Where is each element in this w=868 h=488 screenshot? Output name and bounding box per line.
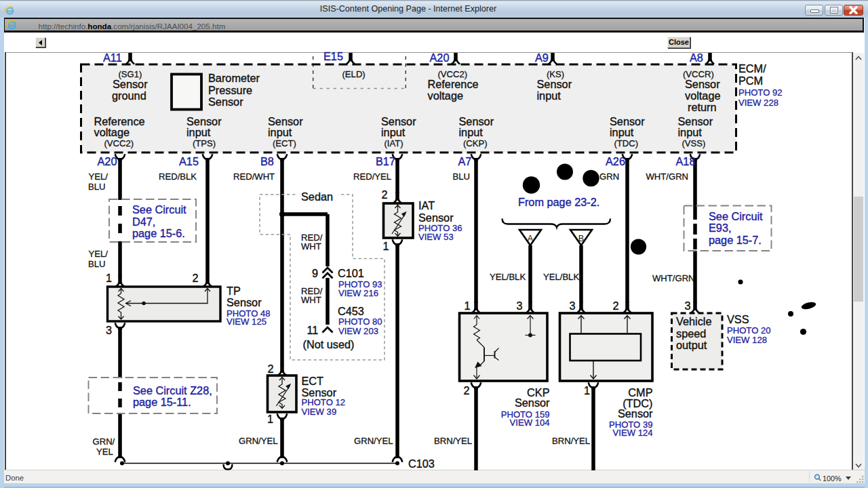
svg-text:1: 1 xyxy=(465,300,471,312)
svg-text:WHT/GRN: WHT/GRN xyxy=(646,171,689,182)
svg-text:output: output xyxy=(676,339,707,351)
svg-text:E15: E15 xyxy=(323,50,343,62)
svg-text:input: input xyxy=(610,126,634,138)
svg-text:2: 2 xyxy=(382,188,388,201)
svg-text:IAT: IAT xyxy=(418,199,435,211)
svg-text:(IAT): (IAT) xyxy=(384,138,403,148)
svg-text:VIEW 128: VIEW 128 xyxy=(727,335,767,345)
svg-text:2: 2 xyxy=(193,272,199,284)
svg-text:Sensor: Sensor xyxy=(113,78,148,90)
svg-text:YEL/BLK: YEL/BLK xyxy=(543,272,579,282)
svg-text:page 15-11.: page 15-11. xyxy=(133,396,191,408)
svg-text:PHOTO 92: PHOTO 92 xyxy=(738,87,783,98)
svg-text:page 15-7.: page 15-7. xyxy=(709,234,762,246)
svg-text:WHT: WHT xyxy=(301,241,321,251)
svg-text:PCM: PCM xyxy=(738,75,763,87)
svg-text:RED/BLK: RED/BLK xyxy=(159,171,197,182)
svg-text:YEL/: YEL/ xyxy=(89,249,108,259)
svg-text:(CKP): (CKP) xyxy=(463,138,488,148)
svg-text:input: input xyxy=(537,89,561,102)
svg-text:2: 2 xyxy=(464,384,470,396)
svg-text:BLU: BLU xyxy=(453,171,470,182)
svg-text:BRN/YEL: BRN/YEL xyxy=(434,436,472,446)
svg-text:input: input xyxy=(678,126,703,138)
svg-text:Sensor: Sensor xyxy=(186,115,222,127)
svg-text:C103: C103 xyxy=(408,458,435,470)
svg-text:speed: speed xyxy=(676,327,706,340)
svg-text:See Circuit: See Circuit xyxy=(132,203,186,216)
svg-text:PHOTO 20: PHOTO 20 xyxy=(727,325,771,336)
svg-text:3: 3 xyxy=(685,300,691,312)
svg-text:Sensor: Sensor xyxy=(610,115,645,127)
svg-text:Sensor: Sensor xyxy=(678,115,713,127)
svg-text:3: 3 xyxy=(517,300,523,312)
svg-text:Sensor: Sensor xyxy=(208,96,243,108)
svg-text:input: input xyxy=(268,126,292,138)
svg-text:ground: ground xyxy=(112,89,146,102)
svg-text:return: return xyxy=(688,101,717,113)
svg-text:Barometer: Barometer xyxy=(208,72,260,84)
svg-text:Reference: Reference xyxy=(428,78,479,90)
svg-text:Sensor: Sensor xyxy=(381,115,416,127)
svg-text:input: input xyxy=(186,126,211,138)
svg-text:BLU: BLU xyxy=(88,182,105,192)
svg-text:A18: A18 xyxy=(676,155,696,167)
svg-text:BRN/YEL: BRN/YEL xyxy=(552,436,590,446)
svg-text:B8: B8 xyxy=(260,155,274,167)
svg-text:9: 9 xyxy=(312,267,318,279)
svg-text:1: 1 xyxy=(106,272,112,284)
svg-text:WHT: WHT xyxy=(301,295,321,305)
svg-text:11: 11 xyxy=(307,324,319,336)
svg-text:A9: A9 xyxy=(535,52,549,64)
svg-text:(VCC2): (VCC2) xyxy=(104,138,134,148)
svg-text:A: A xyxy=(528,234,534,243)
svg-text:2: 2 xyxy=(268,363,274,375)
svg-text:Sedan: Sedan xyxy=(301,190,333,203)
svg-text:page 15-6.: page 15-6. xyxy=(132,227,185,239)
svg-text:A15: A15 xyxy=(179,155,199,167)
svg-text:GRN/YEL: GRN/YEL xyxy=(354,436,393,446)
svg-text:C453: C453 xyxy=(338,305,364,317)
svg-text:voltage: voltage xyxy=(94,126,130,138)
svg-text:GRN/YEL: GRN/YEL xyxy=(239,436,277,446)
svg-text:(ECT): (ECT) xyxy=(273,138,296,148)
svg-text:C101: C101 xyxy=(338,267,364,279)
svg-text:Sensor: Sensor xyxy=(268,115,303,127)
svg-text:A20: A20 xyxy=(98,155,117,167)
svg-text:(TDC): (TDC) xyxy=(614,138,639,148)
svg-text:(ELD): (ELD) xyxy=(342,69,366,79)
svg-text:YEL/: YEL/ xyxy=(89,171,108,182)
svg-text:VIEW 53: VIEW 53 xyxy=(418,232,454,242)
svg-text:3: 3 xyxy=(106,324,112,336)
svg-text:Sensor: Sensor xyxy=(459,115,494,127)
svg-text:RED/WHT: RED/WHT xyxy=(233,171,275,182)
svg-text:Reference: Reference xyxy=(94,115,145,127)
svg-text:1: 1 xyxy=(383,240,389,252)
svg-text:1: 1 xyxy=(267,413,273,425)
svg-text:1: 1 xyxy=(584,384,590,396)
svg-text:3: 3 xyxy=(570,300,576,312)
svg-text:GRN/: GRN/ xyxy=(93,436,115,447)
svg-text:B: B xyxy=(578,234,584,243)
svg-text:VIEW 216: VIEW 216 xyxy=(338,288,378,298)
svg-text:(TPS): (TPS) xyxy=(193,138,216,148)
svg-text:Sensor: Sensor xyxy=(618,407,653,420)
svg-text:VIEW 39: VIEW 39 xyxy=(302,407,337,417)
svg-text:VIEW 104: VIEW 104 xyxy=(510,418,550,428)
svg-text:Sensor: Sensor xyxy=(515,396,550,409)
svg-text:A8: A8 xyxy=(690,52,703,64)
svg-text:VIEW 125: VIEW 125 xyxy=(226,317,267,327)
svg-text:2: 2 xyxy=(613,300,619,312)
svg-text:VIEW 228: VIEW 228 xyxy=(738,98,778,108)
svg-text:VIEW 203: VIEW 203 xyxy=(338,326,378,336)
svg-text:PHOTO 80: PHOTO 80 xyxy=(338,317,382,327)
svg-text:Sensor: Sensor xyxy=(685,78,720,90)
svg-text:ECM/: ECM/ xyxy=(738,62,766,75)
svg-text:A26: A26 xyxy=(606,155,625,167)
svg-text:B17: B17 xyxy=(376,155,395,167)
svg-text:D47,: D47, xyxy=(132,216,155,228)
svg-text:VIEW 124: VIEW 124 xyxy=(613,428,653,438)
svg-text:BLU: BLU xyxy=(88,259,105,269)
svg-text:E93,: E93, xyxy=(709,222,732,234)
svg-text:Sensor: Sensor xyxy=(537,78,572,90)
